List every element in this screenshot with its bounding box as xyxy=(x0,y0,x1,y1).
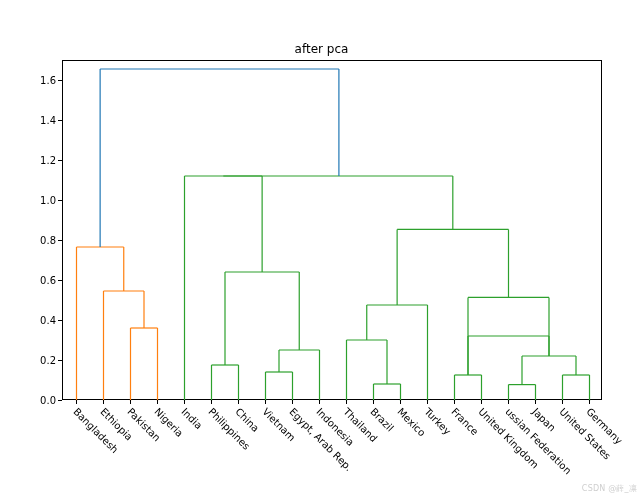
x-tick-label: Turkey xyxy=(422,406,453,437)
x-tick-mark xyxy=(346,400,347,404)
y-tick-mark xyxy=(58,320,62,321)
y-tick-label: 0.2 xyxy=(34,355,56,366)
y-tick-mark xyxy=(58,160,62,161)
y-tick-label: 0.8 xyxy=(34,235,56,246)
x-tick-mark xyxy=(535,400,536,404)
x-tick-mark xyxy=(211,400,212,404)
x-tick-mark xyxy=(400,400,401,404)
y-tick-mark xyxy=(58,80,62,81)
plot-area xyxy=(62,60,602,400)
y-tick-mark xyxy=(58,240,62,241)
x-tick-mark xyxy=(130,400,131,404)
x-tick-mark xyxy=(427,400,428,404)
watermark-text: CSDN @薛_凛 xyxy=(582,483,637,494)
y-tick-label: 0.0 xyxy=(34,395,56,406)
y-tick-mark xyxy=(58,120,62,121)
x-tick-mark xyxy=(157,400,158,404)
y-tick-mark xyxy=(58,400,62,401)
x-tick-mark xyxy=(265,400,266,404)
y-tick-label: 1.2 xyxy=(34,155,56,166)
x-tick-mark xyxy=(589,400,590,404)
x-tick-mark xyxy=(373,400,374,404)
x-tick-mark xyxy=(76,400,77,404)
y-tick-mark xyxy=(58,360,62,361)
x-tick-mark xyxy=(508,400,509,404)
dendrogram-svg xyxy=(63,61,603,401)
y-tick-label: 1.6 xyxy=(34,75,56,86)
y-tick-mark xyxy=(58,200,62,201)
x-tick-mark xyxy=(481,400,482,404)
chart-title: after pca xyxy=(0,42,643,56)
y-tick-label: 0.4 xyxy=(34,315,56,326)
y-tick-label: 0.6 xyxy=(34,275,56,286)
x-tick-label: France xyxy=(449,406,480,437)
y-tick-label: 1.0 xyxy=(34,195,56,206)
y-tick-mark xyxy=(58,280,62,281)
x-tick-label: India xyxy=(179,406,204,431)
x-tick-mark xyxy=(184,400,185,404)
x-tick-mark xyxy=(562,400,563,404)
x-tick-mark xyxy=(319,400,320,404)
x-tick-mark xyxy=(292,400,293,404)
x-tick-mark xyxy=(103,400,104,404)
y-tick-label: 1.4 xyxy=(34,115,56,126)
figure: after pca 0.00.20.40.60.81.01.21.41.6 Ba… xyxy=(0,0,643,500)
x-tick-mark xyxy=(454,400,455,404)
x-tick-label: Mexico xyxy=(395,406,427,438)
x-tick-mark xyxy=(238,400,239,404)
